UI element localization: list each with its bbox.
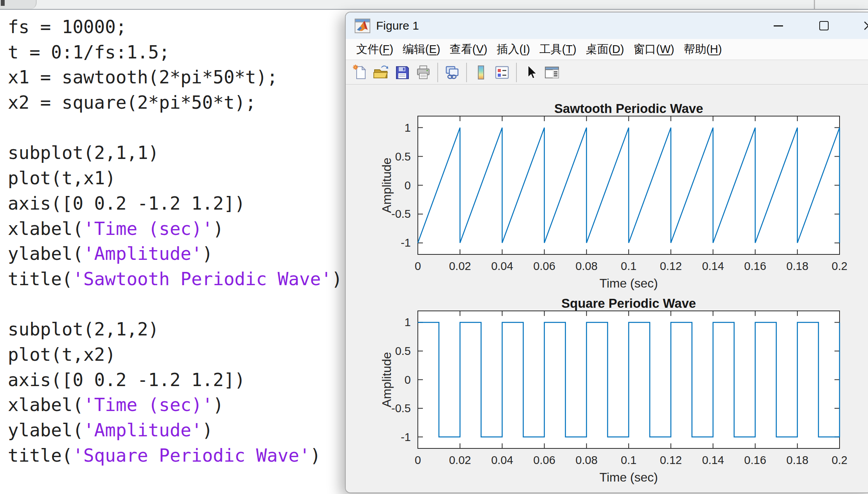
minimize-button[interactable] xyxy=(766,12,791,39)
maximize-icon xyxy=(819,21,829,30)
new-file-button[interactable] xyxy=(350,62,371,83)
code-line[interactable]: axis([0 0.2 -1.2 1.2]) xyxy=(8,367,361,393)
code-line[interactable]: t = 0:1/fs:1.5; xyxy=(8,40,361,65)
figure-menubar: 文件(F)编辑(E)查看(V)插入(I)工具(T)桌面(D)窗口(W)帮助(H) xyxy=(346,39,868,60)
x-tick-label: 0.14 xyxy=(702,260,724,272)
maximize-button[interactable] xyxy=(811,12,836,39)
y-tick-label: -1 xyxy=(401,431,411,443)
menu-item-7[interactable]: 帮助(H) xyxy=(679,42,727,57)
code-line[interactable]: plot(t,x1) xyxy=(8,166,361,191)
code-line[interactable]: ylabel('Amplitude') xyxy=(8,241,361,266)
code-line[interactable]: title('Square Periodic Wave') xyxy=(8,443,361,468)
code-string: 'Time (sec)' xyxy=(83,394,213,415)
code-line[interactable]: xlabel('Time (sec)') xyxy=(8,392,361,418)
y-tick-label: 0.5 xyxy=(395,150,411,163)
code-line[interactable]: xlabel('Time (sec)') xyxy=(8,216,361,242)
strip-divider xyxy=(814,0,815,9)
menu-item-1[interactable]: 编辑(E) xyxy=(398,42,445,57)
tab-remnant[interactable] xyxy=(0,0,37,9)
property-inspector-icon xyxy=(543,64,560,81)
code-line[interactable]: x1 = sawtooth(2*pi*50*t); xyxy=(8,65,361,90)
close-icon xyxy=(863,21,868,31)
x-tick-label: 0.12 xyxy=(660,454,682,466)
code-text: ) xyxy=(213,394,224,415)
x-tick-label: 0.16 xyxy=(744,454,766,466)
save-icon xyxy=(394,64,411,81)
subplots: 00.020.040.060.080.10.120.140.160.180.2-… xyxy=(346,85,868,491)
x-tick-label: 0.2 xyxy=(832,454,847,466)
save-button[interactable] xyxy=(392,62,413,83)
code-text: ) xyxy=(202,243,213,264)
x-tick-label: 0.18 xyxy=(787,260,808,272)
matlab-logo-icon xyxy=(354,18,371,34)
print-button[interactable] xyxy=(413,62,434,83)
x-tick-label: 0.12 xyxy=(660,260,682,272)
x-axis-label: Time (sec) xyxy=(599,276,658,290)
code-editor[interactable]: fs = 10000;t = 0:1/fs:1.5;x1 = sawtooth(… xyxy=(0,10,361,494)
code-text: x2 = square(2*pi*50*t); xyxy=(8,92,256,113)
close-button[interactable] xyxy=(856,12,868,39)
code-text: ) xyxy=(310,445,321,466)
code-line[interactable]: x2 = square(2*pi*50*t); xyxy=(8,90,361,115)
x-tick-label: 0 xyxy=(415,454,421,466)
code-string: 'Time (sec)' xyxy=(83,218,213,239)
code-line[interactable]: fs = 10000; xyxy=(8,14,361,40)
plot-title: Square Periodic Wave xyxy=(561,296,696,311)
code-text: title( xyxy=(8,268,72,289)
top-window-strip xyxy=(0,0,868,10)
y-tick-label: -1 xyxy=(401,236,411,249)
code-text: t = 0:1/fs:1.5; xyxy=(8,42,170,63)
code-text: xlabel( xyxy=(8,218,83,239)
menu-item-5[interactable]: 桌面(D) xyxy=(581,42,629,57)
menu-item-0[interactable]: 文件(F) xyxy=(352,42,398,57)
link-plot-button[interactable] xyxy=(442,62,463,83)
code-line[interactable]: axis([0 0.2 -1.2 1.2]) xyxy=(8,191,361,216)
insert-colorbar-button[interactable] xyxy=(470,62,491,83)
x-tick-label: 0.02 xyxy=(449,454,471,466)
screen: { "top_strip": {"divider": true}, "edito… xyxy=(0,0,868,494)
y-tick-label: -0.5 xyxy=(391,208,411,220)
plot-title: Sawtooth Periodic Wave xyxy=(554,101,703,116)
property-inspector-button[interactable] xyxy=(541,62,562,83)
figure-titlebar[interactable]: Figure 1 xyxy=(346,12,868,39)
menu-item-2[interactable]: 查看(V) xyxy=(445,42,492,57)
code-text: ylabel( xyxy=(8,243,83,264)
code-text: xlabel( xyxy=(8,394,83,415)
y-axis-label: Amplitude xyxy=(380,352,394,407)
code-line[interactable]: ylabel('Amplitude') xyxy=(8,418,361,443)
minimize-icon xyxy=(774,25,783,26)
x-axis-label: Time (sec) xyxy=(599,470,658,484)
code-text: plot(t,x2) xyxy=(8,344,116,365)
menu-item-3[interactable]: 插入(I) xyxy=(492,42,534,57)
code-line[interactable]: title('Sawtooth Periodic Wave') xyxy=(8,266,361,292)
edit-plot-button[interactable] xyxy=(520,62,541,83)
code-text: subplot(2,1,1) xyxy=(8,142,159,163)
x-tick-label: 0.02 xyxy=(449,260,471,272)
code-text: ylabel( xyxy=(8,420,83,441)
code-line[interactable] xyxy=(8,115,361,141)
code-line[interactable]: plot(t,x2) xyxy=(8,342,361,367)
code-string: 'Amplitude' xyxy=(83,243,202,264)
toolbar-separator xyxy=(516,63,517,82)
code-text: plot(t,x1) xyxy=(8,168,116,189)
x-tick-label: 0 xyxy=(415,260,421,272)
open-file-icon xyxy=(373,64,390,81)
code-line[interactable]: subplot(2,1,2) xyxy=(8,317,361,342)
figure-toolbar xyxy=(346,60,868,85)
toolbar-separator xyxy=(466,63,467,82)
x-tick-label: 0.08 xyxy=(576,454,598,466)
corner-mark xyxy=(1,0,5,6)
code-line[interactable]: subplot(2,1,1) xyxy=(8,140,361,166)
insert-legend-button[interactable] xyxy=(491,62,513,83)
code-text: x1 = sawtooth(2*pi*50*t); xyxy=(8,67,278,88)
code-string: 'Sawtooth Periodic Wave' xyxy=(72,268,332,289)
y-tick-label: 0 xyxy=(405,374,411,386)
menu-item-4[interactable]: 工具(T) xyxy=(535,42,581,57)
x-tick-label: 0.06 xyxy=(533,454,555,466)
open-file-button[interactable] xyxy=(371,62,392,83)
code-text: axis([0 0.2 -1.2 1.2]) xyxy=(8,193,245,214)
code-line[interactable] xyxy=(8,292,361,317)
x-tick-label: 0.2 xyxy=(832,260,847,272)
menu-item-6[interactable]: 窗口(W) xyxy=(629,42,679,57)
figure-canvas: 00.020.040.060.080.10.120.140.160.180.2-… xyxy=(346,85,868,491)
